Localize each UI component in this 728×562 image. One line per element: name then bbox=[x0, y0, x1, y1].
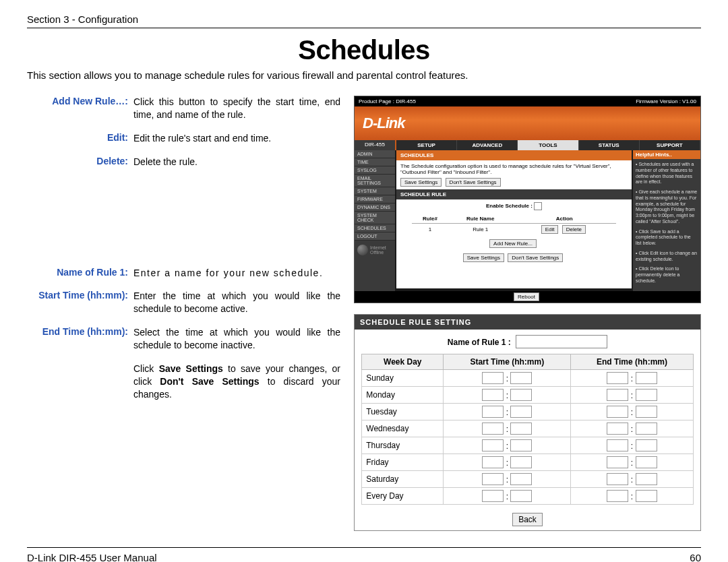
save-settings-button-2[interactable]: Save Settings bbox=[463, 253, 504, 262]
term-end-time: End Time (hh:mm): bbox=[27, 326, 133, 352]
model-label: DIR-455 bbox=[355, 140, 396, 150]
tab-advanced[interactable]: ADVANCED bbox=[457, 140, 518, 150]
router-main: SCHEDULES The Schedule configuration opt… bbox=[396, 150, 632, 288]
term-add-new-rule: Add New Rule…: bbox=[27, 96, 133, 121]
desc-end-time: Select the time at which you would like … bbox=[133, 326, 340, 352]
col-action: Action bbox=[512, 214, 616, 224]
schedule-rule-table: Rule# Rule Name Action 1 Rule 1 Edit Del… bbox=[412, 214, 616, 235]
mon-end-mm[interactable] bbox=[636, 389, 657, 401]
section-label: Section 3 - Configuration bbox=[27, 13, 138, 25]
sun-start-hh[interactable] bbox=[482, 372, 504, 384]
schedule-week-table: Week Day Start Time (hh:mm) End Time (hh… bbox=[361, 354, 693, 505]
day-friday: Friday bbox=[362, 454, 444, 470]
desc-add-new-rule: Click this button to specify the start t… bbox=[133, 96, 340, 121]
delete-rule-button[interactable]: Delete bbox=[562, 225, 586, 234]
term-name-of-rule: Name of Rule 1: bbox=[27, 267, 133, 280]
fri-end-mm[interactable] bbox=[636, 456, 657, 468]
page-title: Schedules bbox=[27, 35, 701, 65]
rule-name-cell: Rule 1 bbox=[448, 224, 512, 236]
wed-start-mm[interactable] bbox=[510, 423, 532, 435]
side-syslog[interactable]: SYSLOG bbox=[355, 166, 395, 175]
edit-rule-button[interactable]: Edit bbox=[541, 225, 559, 234]
definitions-column: Add New Rule…: Click this button to spec… bbox=[27, 96, 340, 412]
side-firmware[interactable]: FIRMWARE bbox=[355, 195, 395, 204]
sun-start-mm[interactable] bbox=[510, 372, 532, 384]
enable-schedule-checkbox[interactable] bbox=[534, 202, 542, 210]
tue-start-mm[interactable] bbox=[510, 406, 532, 418]
wed-start-hh[interactable] bbox=[482, 423, 504, 435]
thu-start-mm[interactable] bbox=[510, 439, 532, 451]
col-start-time: Start Time (hh:mm) bbox=[444, 354, 571, 369]
sun-end-mm[interactable] bbox=[636, 372, 657, 384]
side-admin[interactable]: ADMIN bbox=[355, 150, 395, 158]
sat-start-mm[interactable] bbox=[510, 473, 532, 485]
term-edit: Edit: bbox=[27, 132, 133, 145]
thu-start-hh[interactable] bbox=[482, 439, 504, 451]
side-system[interactable]: SYSTEM bbox=[355, 187, 395, 195]
router-sidebar: ADMIN TIME SYSLOG EMAIL SETTINGS SYSTEM … bbox=[355, 150, 395, 291]
desc-name-of-rule: Enter a name for your new schedule. bbox=[133, 267, 340, 280]
col-end-time: End Time (hh:mm) bbox=[571, 354, 693, 369]
desc-edit: Edit the rule's start and end time. bbox=[133, 132, 340, 145]
mon-start-hh[interactable] bbox=[482, 389, 504, 401]
fri-start-hh[interactable] bbox=[482, 456, 504, 468]
term-delete: Delete: bbox=[27, 156, 133, 168]
day-wednesday: Wednesday bbox=[362, 420, 444, 437]
dlink-logo: D-Link bbox=[363, 115, 404, 132]
day-tuesday: Tuesday bbox=[362, 403, 444, 420]
desc-start-time: Enter the time at which you would like t… bbox=[133, 290, 340, 315]
name-of-rule-input[interactable] bbox=[516, 335, 607, 348]
sun-end-hh[interactable] bbox=[607, 372, 628, 384]
hint-1: • Give each schedule a name that is mean… bbox=[636, 189, 698, 225]
side-schedules[interactable]: SCHEDULES bbox=[355, 224, 395, 232]
tab-support[interactable]: SUPPORT bbox=[640, 140, 700, 150]
save-settings-button[interactable]: Save Settings bbox=[400, 178, 442, 187]
day-every: Every Day bbox=[362, 487, 444, 504]
every-start-hh[interactable] bbox=[482, 490, 504, 502]
sat-start-hh[interactable] bbox=[482, 473, 504, 485]
page-footer: D-Link DIR-455 User Manual 60 bbox=[27, 547, 701, 563]
sat-end-mm[interactable] bbox=[636, 473, 657, 485]
hint-0: • Schedules are used with a number of ot… bbox=[636, 162, 698, 185]
tab-status[interactable]: STATUS bbox=[579, 140, 640, 150]
fri-end-hh[interactable] bbox=[607, 456, 628, 468]
tab-setup[interactable]: SETUP bbox=[396, 140, 457, 150]
side-ddns[interactable]: DYNAMIC DNS bbox=[355, 204, 395, 212]
schedules-heading: SCHEDULES bbox=[396, 150, 632, 160]
tue-end-hh[interactable] bbox=[607, 406, 628, 418]
side-syscheck[interactable]: SYSTEM CHECK bbox=[355, 212, 395, 224]
schedule-rule-setting-panel: SCHEDULE RULE SETTING Name of Rule 1 : W… bbox=[354, 314, 701, 531]
dont-save-button[interactable]: Don't Save Settings bbox=[446, 178, 501, 187]
side-logout[interactable]: LOGOUT bbox=[355, 232, 395, 241]
reboot-button[interactable]: Reboot bbox=[514, 292, 539, 301]
dont-save-button-2[interactable]: Don't Save Settings bbox=[508, 253, 563, 262]
tab-tools[interactable]: TOOLS bbox=[518, 140, 578, 150]
side-time[interactable]: TIME bbox=[355, 158, 395, 166]
thu-end-mm[interactable] bbox=[636, 439, 657, 451]
globe-icon bbox=[357, 245, 368, 255]
fri-start-mm[interactable] bbox=[510, 456, 532, 468]
side-email[interactable]: EMAIL SETTINGS bbox=[355, 175, 395, 187]
sat-end-hh[interactable] bbox=[607, 473, 628, 485]
mon-end-hh[interactable] bbox=[607, 389, 628, 401]
tue-start-hh[interactable] bbox=[482, 406, 504, 418]
add-new-rule-button[interactable]: Add New Rule... bbox=[489, 239, 537, 248]
back-button[interactable]: Back bbox=[512, 513, 543, 526]
col-rule-name: Rule Name bbox=[448, 214, 512, 224]
wed-end-mm[interactable] bbox=[636, 423, 657, 435]
footer-page: 60 bbox=[690, 552, 701, 563]
every-start-mm[interactable] bbox=[510, 490, 532, 502]
day-thursday: Thursday bbox=[362, 437, 444, 454]
intro-text: This section allows you to manage schedu… bbox=[27, 69, 701, 81]
wed-end-hh[interactable] bbox=[607, 423, 628, 435]
schedule-rule-heading: SCHEDULE RULE bbox=[396, 189, 632, 199]
thu-end-hh[interactable] bbox=[607, 439, 628, 451]
col-rule-num: Rule# bbox=[412, 214, 448, 224]
day-monday: Monday bbox=[362, 386, 444, 403]
mon-start-mm[interactable] bbox=[510, 389, 532, 401]
every-end-hh[interactable] bbox=[607, 490, 628, 502]
every-end-mm[interactable] bbox=[636, 490, 657, 502]
tue-end-mm[interactable] bbox=[636, 406, 657, 418]
product-page-label: Product Page : DIR-455 bbox=[359, 98, 416, 104]
router-screenshot: Product Page : DIR-455 Firmware Version … bbox=[354, 96, 701, 303]
